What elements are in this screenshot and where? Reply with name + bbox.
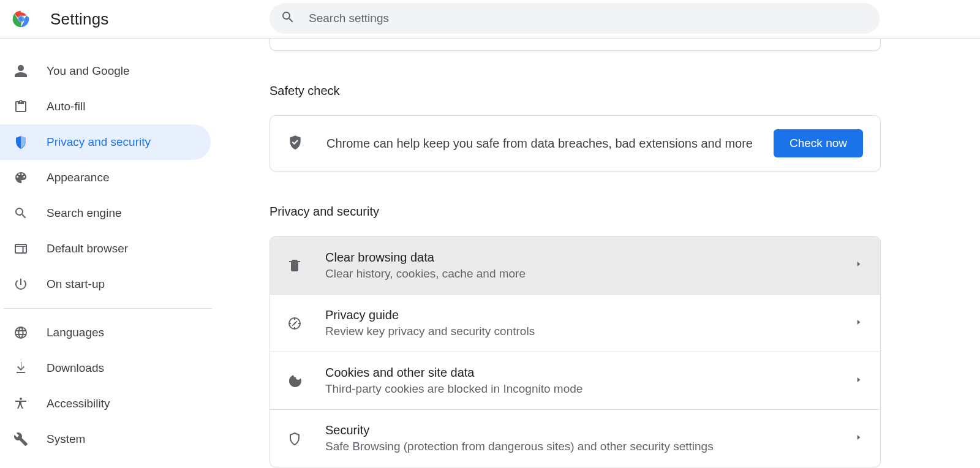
page-title: Settings <box>50 10 109 29</box>
sidebar-divider <box>4 308 212 309</box>
sidebar-item-label: Auto-fill <box>47 100 85 113</box>
wrench-icon <box>13 432 28 447</box>
main-content: Safety check Chrome can help keep you sa… <box>214 39 980 468</box>
sidebar: You and Google Auto-fill Privacy and sec… <box>0 39 214 468</box>
safety-check-text: Chrome can help keep you safe from data … <box>326 137 774 151</box>
safety-check-title: Safety check <box>270 84 931 98</box>
cookie-icon <box>287 374 302 388</box>
sidebar-item-default-browser[interactable]: Default browser <box>0 231 211 266</box>
shield-check-icon <box>287 134 303 153</box>
browser-icon <box>13 241 28 256</box>
check-now-button[interactable]: Check now <box>774 129 863 157</box>
sidebar-item-downloads[interactable]: Downloads <box>0 350 211 386</box>
row-security[interactable]: Security Safe Browsing (protection from … <box>270 409 880 467</box>
row-text: Security Safe Browsing (protection from … <box>325 423 854 453</box>
row-subtitle: Third-party cookies are blocked in Incog… <box>325 382 854 396</box>
row-subtitle: Clear history, cookies, cache and more <box>325 267 854 281</box>
sidebar-item-search-engine[interactable]: Search engine <box>0 195 211 231</box>
compass-icon <box>287 316 302 331</box>
row-clear-browsing-data[interactable]: Clear browsing data Clear history, cooki… <box>270 236 880 294</box>
sidebar-item-languages[interactable]: Languages <box>0 315 211 350</box>
sidebar-item-appearance[interactable]: Appearance <box>0 160 211 195</box>
sidebar-item-label: Privacy and security <box>47 135 151 149</box>
sidebar-item-label: Search engine <box>47 206 122 220</box>
row-subtitle: Review key privacy and security controls <box>325 325 854 338</box>
accessibility-icon <box>13 396 28 411</box>
sidebar-item-label: System <box>47 432 85 446</box>
row-title: Privacy guide <box>325 308 854 322</box>
download-icon <box>13 361 28 376</box>
sidebar-item-label: Downloads <box>47 361 104 375</box>
row-cookies[interactable]: Cookies and other site data Third-party … <box>270 352 880 409</box>
row-privacy-guide[interactable]: Privacy guide Review key privacy and sec… <box>270 294 880 352</box>
sidebar-item-label: Accessibility <box>47 397 110 410</box>
shield-icon <box>13 135 28 149</box>
svg-point-3 <box>18 17 23 21</box>
sidebar-item-label: On start-up <box>47 277 105 291</box>
sidebar-item-on-startup[interactable]: On start-up <box>0 266 211 302</box>
sidebar-item-label: Appearance <box>47 171 109 184</box>
clipboard-icon <box>13 99 28 114</box>
row-title: Clear browsing data <box>325 251 854 265</box>
palette-icon <box>13 170 28 185</box>
chevron-right-icon <box>854 318 863 329</box>
globe-icon <box>13 325 28 340</box>
shield-outline-icon <box>287 431 302 446</box>
previous-card-stub <box>270 39 881 51</box>
chevron-right-icon <box>854 260 863 271</box>
sidebar-item-label: Languages <box>47 326 104 339</box>
chevron-right-icon <box>854 433 863 444</box>
trash-icon <box>287 258 302 273</box>
sidebar-item-you-and-google[interactable]: You and Google <box>0 53 211 89</box>
power-icon <box>13 277 28 292</box>
row-text: Privacy guide Review key privacy and sec… <box>325 308 854 338</box>
sidebar-item-privacy-security[interactable]: Privacy and security <box>0 124 211 160</box>
search-icon <box>281 10 295 27</box>
privacy-list: Clear browsing data Clear history, cooki… <box>270 236 881 467</box>
row-text: Cookies and other site data Third-party … <box>325 366 854 396</box>
search-settings[interactable] <box>270 3 880 34</box>
row-title: Security <box>325 423 854 437</box>
header: Settings <box>0 0 980 39</box>
row-title: Cookies and other site data <box>325 366 854 380</box>
safety-check-card: Chrome can help keep you safe from data … <box>270 115 881 172</box>
search-icon <box>13 206 28 221</box>
privacy-section-title: Privacy and security <box>270 205 931 219</box>
sidebar-item-label: Default browser <box>47 242 128 255</box>
person-icon <box>13 64 28 78</box>
search-input[interactable] <box>309 12 869 25</box>
row-text: Clear browsing data Clear history, cooki… <box>325 251 854 281</box>
sidebar-item-label: You and Google <box>47 64 130 78</box>
sidebar-item-system[interactable]: System <box>0 421 211 457</box>
sidebar-item-accessibility[interactable]: Accessibility <box>0 386 211 421</box>
chevron-right-icon <box>854 376 863 387</box>
chrome-logo-icon <box>11 9 31 29</box>
row-subtitle: Safe Browsing (protection from dangerous… <box>325 440 854 453</box>
sidebar-item-autofill[interactable]: Auto-fill <box>0 89 211 124</box>
